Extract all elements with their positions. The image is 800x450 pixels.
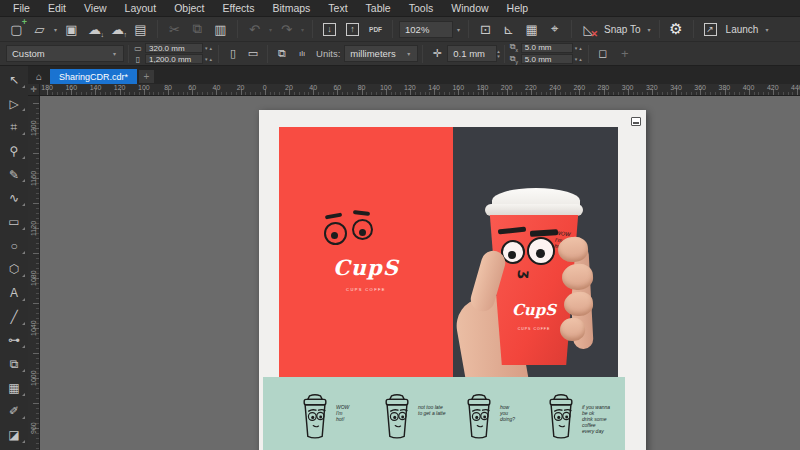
units-select[interactable]: millimeters▾ bbox=[344, 45, 418, 62]
paste-button[interactable]: ▥ bbox=[210, 18, 231, 40]
drop-shadow-tool[interactable]: ⧉ bbox=[0, 352, 28, 376]
launch-button[interactable]: ↗ bbox=[700, 18, 721, 40]
crop-tool[interactable]: ⌗ bbox=[0, 115, 28, 139]
publish-to-pdf-button[interactable]: PDF bbox=[365, 18, 386, 40]
nudge-spinner[interactable]: ▴▾ bbox=[497, 49, 500, 59]
duplicate-y-field[interactable]: 5.0 mm bbox=[521, 54, 573, 64]
export-button[interactable]: ↑ bbox=[342, 18, 363, 40]
brand-logo-text: CupS bbox=[279, 255, 453, 280]
duplicate-y-spinner[interactable]: ▾▴ bbox=[575, 56, 584, 62]
open-folder-icon: ▱ bbox=[35, 22, 45, 37]
all-pages-button[interactable]: ⧉ bbox=[272, 45, 292, 63]
duplicate-x-field[interactable]: 5.0 mm bbox=[521, 43, 573, 53]
menu-item[interactable]: Help bbox=[498, 0, 538, 16]
pick-tool[interactable]: ↖ bbox=[0, 68, 28, 92]
page-width-field[interactable]: 320.0 mm bbox=[145, 43, 203, 53]
zoom-tool[interactable]: ⚲ bbox=[0, 139, 28, 163]
connector-tool[interactable]: ⊶ bbox=[0, 329, 28, 353]
save-to-cloud-button[interactable]: ☁↑ bbox=[107, 18, 128, 40]
menu-item[interactable]: Text bbox=[319, 0, 356, 16]
shape-tool[interactable]: ▷ bbox=[0, 92, 28, 116]
menu-item[interactable]: Bitmaps bbox=[263, 0, 319, 16]
new-tab-button[interactable]: + bbox=[139, 70, 154, 83]
snap-off-button[interactable]: ◺✕ bbox=[578, 18, 599, 40]
undo-button[interactable]: ↶ bbox=[244, 18, 265, 40]
eyedropper-tool[interactable]: ✐ bbox=[0, 400, 28, 424]
ruler-label: 340 bbox=[664, 84, 688, 95]
ellipse-tool[interactable]: ○ bbox=[0, 234, 28, 258]
polygon-tool[interactable]: ⬡ bbox=[0, 258, 28, 282]
open-button[interactable]: ▱ bbox=[29, 18, 50, 40]
text-tool[interactable]: A bbox=[0, 281, 28, 305]
menu-item[interactable]: Tools bbox=[400, 0, 443, 16]
open-from-cloud-button[interactable]: ☁↓ bbox=[84, 18, 105, 40]
ruler-label: 1160 bbox=[30, 153, 37, 203]
freehand-tool[interactable]: ✎ bbox=[0, 163, 28, 187]
horizontal-ruler-row: ✛ 18016014012010080604020020406080100120… bbox=[28, 84, 800, 96]
document-page[interactable]: CupS CUPS COFFE bbox=[259, 110, 646, 450]
ruler-label: 960 bbox=[30, 403, 37, 450]
full-screen-preview-button[interactable]: ⊡ bbox=[475, 18, 496, 40]
new-document-button[interactable]: ▢+ bbox=[6, 18, 27, 40]
snap-to-caret[interactable]: ▾ bbox=[646, 26, 653, 33]
menu-item[interactable]: Window bbox=[442, 0, 497, 16]
vertical-ruler[interactable]: 120011601120108010401000960 bbox=[28, 96, 40, 450]
propbar-separator bbox=[422, 45, 423, 63]
rectangle-tool[interactable]: ▭ bbox=[0, 210, 28, 234]
document-tab-active[interactable]: SharingCDR.cdr* bbox=[50, 69, 137, 84]
import-button[interactable]: ↓ bbox=[319, 18, 340, 40]
redo-button[interactable]: ↷ bbox=[276, 18, 297, 40]
launch-caret[interactable]: ▾ bbox=[763, 26, 770, 33]
launch-label[interactable]: Launch bbox=[723, 24, 762, 35]
show-grid-button[interactable]: ▦ bbox=[521, 18, 542, 40]
toolbar-separator bbox=[693, 20, 694, 38]
print-button[interactable]: ▤ bbox=[130, 18, 151, 40]
ruler-label: 360 bbox=[688, 84, 712, 95]
cut-button[interactable]: ✂ bbox=[164, 18, 185, 40]
zoom-dropdown-caret[interactable]: ▾ bbox=[455, 26, 462, 33]
home-icon: ⌂ bbox=[36, 71, 42, 82]
page-height-field[interactable]: 1,200.0 mm bbox=[145, 54, 203, 64]
dimension-tool[interactable]: ╱ bbox=[0, 305, 28, 329]
options-button[interactable]: ⚙ bbox=[666, 18, 687, 40]
copy-button[interactable]: ⧉ bbox=[187, 18, 208, 40]
duplicate-x-icon: ⧉x bbox=[509, 42, 519, 53]
menu-item[interactable]: Layout bbox=[116, 0, 166, 16]
menu-item[interactable]: Object bbox=[165, 0, 213, 16]
current-page-button[interactable]: ılı bbox=[292, 45, 312, 63]
menu-item[interactable]: Edit bbox=[39, 0, 75, 16]
snap-to-button[interactable]: Snap To bbox=[601, 24, 644, 35]
eraser-tool[interactable]: ◪ bbox=[0, 423, 28, 447]
bezier-tool[interactable]: ∿ bbox=[0, 186, 28, 210]
undo-dropdown-caret[interactable]: ▾ bbox=[267, 26, 274, 33]
show-guidelines-button[interactable]: ⌖ bbox=[544, 18, 565, 40]
show-rulers-button[interactable]: ⊾ bbox=[498, 18, 519, 40]
zoom-level-select[interactable]: 102% bbox=[399, 21, 453, 38]
page-height-spinner[interactable]: ▾▴ bbox=[205, 56, 214, 62]
cup-speech-text: not too late to get a latte bbox=[418, 393, 446, 450]
portrait-button[interactable]: ▯ bbox=[223, 45, 243, 63]
menu-item[interactable]: File bbox=[4, 0, 39, 16]
mesh-fill-tool[interactable]: ▦ bbox=[0, 376, 28, 400]
duplicate-x-spinner[interactable]: ▾▴ bbox=[575, 45, 584, 51]
nudge-distance-field[interactable]: 0.1 mm bbox=[447, 45, 497, 62]
propbar-separator bbox=[218, 45, 219, 63]
page-width-spinner[interactable]: ▾▴ bbox=[205, 45, 214, 51]
horizontal-ruler[interactable]: 1801601401201008060402002040608010012014… bbox=[35, 84, 800, 96]
ruler-label: 200 bbox=[495, 84, 519, 95]
landscape-button[interactable]: ▭ bbox=[243, 45, 263, 63]
menu-item[interactable]: Table bbox=[357, 0, 400, 16]
save-button[interactable]: ▣ bbox=[61, 18, 82, 40]
menu-item[interactable]: Effects bbox=[213, 0, 263, 16]
page-preset-select[interactable]: Custom▾ bbox=[6, 45, 124, 62]
open-dropdown-caret[interactable]: ▾ bbox=[52, 26, 59, 33]
welcome-home-button[interactable]: ⌂ bbox=[30, 69, 48, 84]
treat-as-filled-button[interactable]: ◻ bbox=[593, 45, 613, 63]
page-widget-icon[interactable] bbox=[631, 117, 641, 126]
ruler-label: 180 bbox=[470, 84, 494, 95]
drawing-canvas[interactable]: CupS CUPS COFFE bbox=[40, 96, 800, 450]
redo-dropdown-caret[interactable]: ▾ bbox=[299, 26, 306, 33]
menu-item[interactable]: View bbox=[75, 0, 116, 16]
toolbox: ↖▷⌗⚲✎∿▭○⬡A╱⊶⧉▦✐◪ bbox=[0, 66, 28, 450]
add-control-button[interactable]: + bbox=[613, 46, 637, 61]
